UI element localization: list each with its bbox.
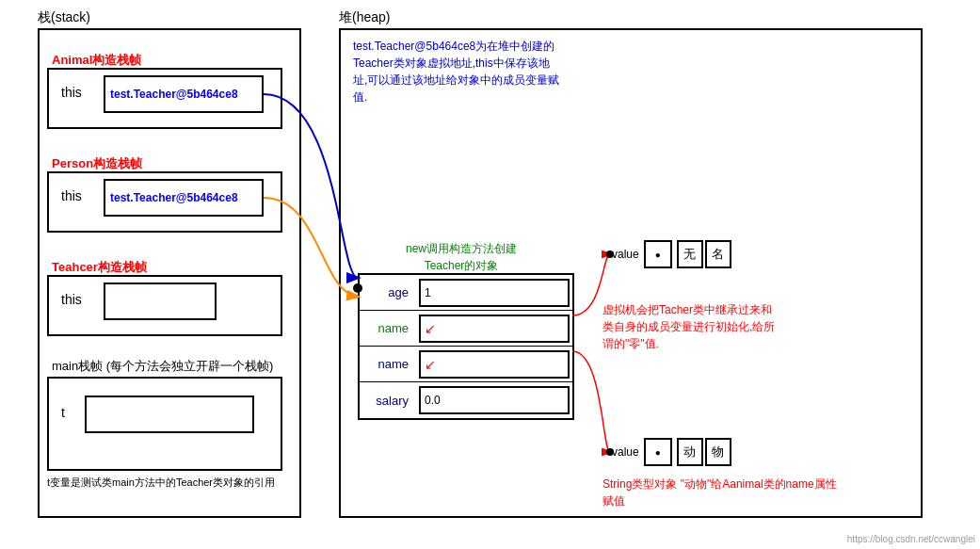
- char-wu2: 物: [705, 438, 731, 466]
- teacher-this-label: this: [61, 292, 82, 307]
- main-t-label: t: [61, 405, 65, 420]
- char-dong: 动: [677, 438, 703, 466]
- heap-row-name2: name ↙: [360, 347, 572, 382]
- stack-label: 栈(stack): [38, 9, 90, 26]
- field-value-salary: 0.0: [419, 386, 570, 414]
- heap-row-salary: salary 0.0: [360, 382, 572, 418]
- main-frame-title: main栈帧 (每个方法会独立开辟一个栈帧): [52, 358, 273, 375]
- field-label-name2: name: [360, 357, 416, 371]
- field-value-name1: ↙: [419, 315, 570, 343]
- value-dot-top: ●: [644, 240, 672, 268]
- person-frame-title: Person构造栈帧: [52, 155, 142, 172]
- new-description: new调用构造方法创建Teacher的对象: [386, 240, 537, 274]
- heap-object: age 1 name ↙ name ↙ salary 0.0: [358, 273, 574, 420]
- heap-label: 堆(heap): [339, 9, 390, 26]
- value-dot-bottom: ●: [644, 438, 672, 466]
- heap-description: test.Teacher@5b464ce8为在堆中创建的Teacher类对象虚拟…: [353, 38, 560, 105]
- value-label-top: value: [612, 248, 639, 261]
- heap-row-age: age 1: [360, 275, 572, 311]
- string-description: String类型对象 "动物"给Aanimal类的name属性赋值: [602, 476, 838, 509]
- person-this-label: this: [61, 188, 82, 203]
- char-ming: 名: [705, 240, 731, 268]
- dong-wu-chars: 动 物: [677, 438, 731, 466]
- teacher-ref-box: [104, 283, 217, 320]
- char-wu: 无: [677, 240, 703, 268]
- field-value-name2: ↙: [419, 350, 570, 379]
- virtual-description: 虚拟机会把Tacher类中继承过来和类自身的成员变量进行初始化,给所谓的"零"值…: [602, 301, 781, 352]
- animal-frame-title: Animal构造栈帧: [52, 52, 141, 69]
- value-box-top: value ● 无 名: [612, 240, 731, 268]
- watermark: https://blog.csdn.net/ccwanglei: [847, 534, 975, 544]
- field-label-name1: name: [360, 321, 416, 335]
- value-label-bottom: value: [612, 445, 639, 459]
- heap-row-name1: name ↙: [360, 311, 572, 347]
- teacher-frame-title: Teahcer构造栈帧: [52, 259, 147, 276]
- diagram-container: 栈(stack) 堆(heap) Animal构造栈帧 this test.Te…: [0, 0, 980, 549]
- animal-this-label: this: [61, 85, 82, 100]
- person-ref-box: test.Teacher@5b464ce8: [104, 179, 264, 217]
- main-note: t变量是测试类main方法中的Teacher类对象的引用: [47, 476, 275, 490]
- person-ref-text: test.Teacher@5b464ce8: [110, 191, 238, 204]
- wu-ming-chars: 无 名: [677, 240, 731, 268]
- animal-ref-text: test.Teacher@5b464ce8: [110, 88, 238, 101]
- field-label-age: age: [360, 285, 416, 299]
- field-label-salary: salary: [360, 394, 416, 408]
- field-value-age: 1: [419, 279, 570, 307]
- animal-ref-box: test.Teacher@5b464ce8: [104, 75, 264, 113]
- value-box-bottom: value ● 动 物: [612, 438, 731, 466]
- main-ref-box: [85, 396, 254, 433]
